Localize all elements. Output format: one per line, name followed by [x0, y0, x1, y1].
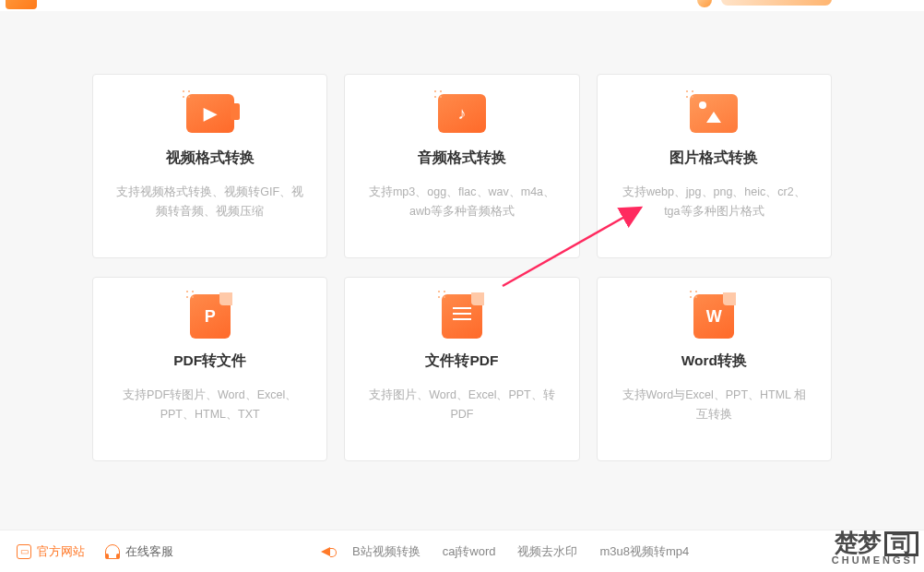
- card-desc: 支持图片、Word、Excel、PPT、转PDF: [360, 386, 563, 425]
- footer: ▭ 官方网站 在线客服 B站视频转换 caj转word 视频去水印 m3u8视频…: [0, 530, 924, 572]
- file-to-pdf-icon: [434, 294, 490, 339]
- official-site-link[interactable]: ▭ 官方网站: [17, 543, 85, 560]
- music-icon: ♪: [457, 104, 466, 124]
- picture-icon: [690, 94, 738, 133]
- document-p-icon: P: [190, 294, 231, 339]
- quick-link-caj[interactable]: caj转word: [443, 543, 496, 560]
- card-desc: 支持PDF转图片、Word、Excel、PPT、HTML、TXT: [108, 386, 312, 425]
- card-title: Word转换: [681, 352, 747, 371]
- word-convert-icon: W: [686, 294, 741, 339]
- pdf-to-file-icon: P: [183, 294, 238, 339]
- document-w-icon: W: [693, 294, 734, 339]
- card-desc: 支持mp3、ogg、flac、wav、m4a、awb等多种音频格式: [360, 183, 563, 222]
- support-link[interactable]: 在线客服: [105, 543, 173, 560]
- card-video-convert[interactable]: ▶ 视频格式转换 支持视频格式转换、视频转GIF、视频转音频、视频压缩: [92, 74, 327, 258]
- card-desc: 支持Word与Excel、PPT、HTML 相互转换: [612, 386, 816, 425]
- card-title: 音频格式转换: [418, 149, 506, 168]
- quick-link-watermark[interactable]: 视频去水印: [517, 543, 577, 560]
- card-file-to-pdf[interactable]: 文件转PDF 支持图片、Word、Excel、PPT、转PDF: [344, 277, 579, 461]
- card-grid: ▶ 视频格式转换 支持视频格式转换、视频转GIF、视频转音频、视频压缩 ♪ 音频…: [0, 11, 924, 461]
- quick-link-bilibili[interactable]: B站视频转换: [352, 543, 421, 560]
- footer-support-label: 在线客服: [125, 543, 173, 560]
- avatar-icon[interactable]: [697, 0, 712, 7]
- footer-quick-links: B站视频转换 caj转word 视频去水印 m3u8视频转mp4: [321, 543, 689, 560]
- card-image-convert[interactable]: 图片格式转换 支持webp、jpg、png、heic、cr2、tga等多种图片格…: [597, 74, 832, 258]
- footer-left: ▭ 官方网站 在线客服: [17, 543, 173, 560]
- card-title: 图片格式转换: [669, 149, 758, 168]
- document-lines-icon: [442, 294, 482, 339]
- audio-convert-icon: ♪: [434, 91, 490, 136]
- card-desc: 支持视频格式转换、视频转GIF、视频转音频、视频压缩: [108, 183, 312, 222]
- video-convert-icon: ▶: [183, 91, 238, 136]
- play-icon: ▶: [204, 103, 217, 124]
- megaphone-icon: [321, 547, 330, 556]
- monitor-icon: ▭: [17, 544, 31, 559]
- upgrade-button[interactable]: [721, 0, 832, 6]
- card-title: 文件转PDF: [425, 352, 498, 371]
- footer-site-label: 官方网站: [37, 543, 85, 560]
- card-audio-convert[interactable]: ♪ 音频格式转换 支持mp3、ogg、flac、wav、m4a、awb等多种音频…: [344, 74, 579, 258]
- card-word-convert[interactable]: W Word转换 支持Word与Excel、PPT、HTML 相互转换: [597, 277, 832, 461]
- card-title: 视频格式转换: [166, 149, 255, 168]
- app-logo-icon: [6, 0, 37, 9]
- headset-icon: [105, 544, 120, 559]
- card-pdf-to-file[interactable]: P PDF转文件 支持PDF转图片、Word、Excel、PPT、HTML、TX…: [92, 277, 327, 461]
- quick-link-m3u8[interactable]: m3u8视频转mp4: [599, 543, 689, 560]
- card-title: PDF转文件: [173, 352, 246, 371]
- image-convert-icon: [686, 91, 741, 136]
- card-desc: 支持webp、jpg、png、heic、cr2、tga等多种图片格式: [612, 183, 816, 222]
- topbar: [0, 0, 924, 11]
